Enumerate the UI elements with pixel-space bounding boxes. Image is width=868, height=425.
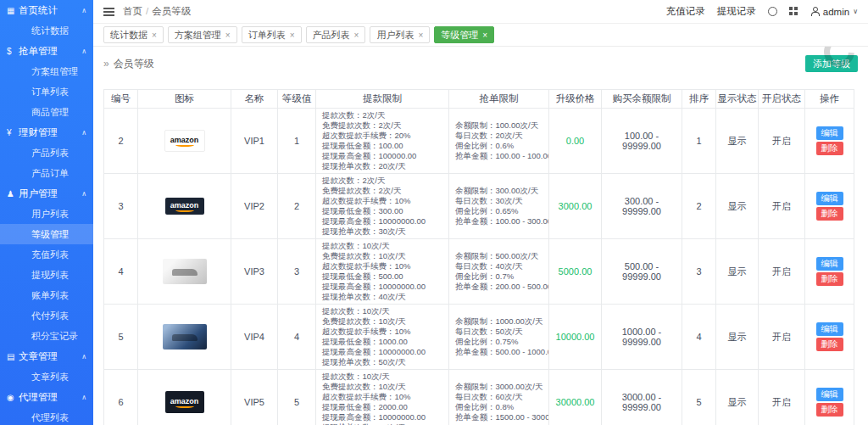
cell-icon: amazon xyxy=(138,109,231,174)
articles-icon: ▤ xyxy=(7,352,19,361)
cell-actions: 编辑删除 xyxy=(805,239,854,305)
sidebar-section-grab-orders[interactable]: $抢单管理∧ xyxy=(0,41,93,61)
column-header: 等级值 xyxy=(278,90,316,109)
recharge-records-link[interactable]: 充值记录 xyxy=(666,5,705,18)
cell-level: 2 xyxy=(278,174,316,239)
sidebar-item[interactable]: 代理列表 xyxy=(0,407,93,425)
user-menu[interactable]: admin ∨ xyxy=(810,7,858,17)
finance-icon: ¥ xyxy=(7,128,19,137)
tab-close-icon[interactable]: × xyxy=(418,31,423,40)
limit-line: 余额限制：100.00次/天 xyxy=(455,120,546,131)
tab-label: 用户列表 xyxy=(376,29,414,42)
chevron-up-icon: ∧ xyxy=(81,190,86,198)
limit-line: 提现最高金额：100000.00 xyxy=(322,151,446,161)
cell-upgrade-price: 3000.00 xyxy=(549,174,602,239)
cell-icon: amazon xyxy=(138,370,231,425)
sidebar-section-home-stats[interactable]: ▦首页统计∧ xyxy=(0,0,93,20)
delete-button[interactable]: 删除 xyxy=(816,142,843,155)
cell-actions: 编辑删除 xyxy=(805,174,854,239)
limit-line: 余额限制：500.00次/天 xyxy=(455,251,546,261)
sidebar-item[interactable]: 订单列表 xyxy=(0,81,93,102)
sidebar-item[interactable]: 提现列表 xyxy=(0,265,93,285)
table-row: 6amazonVIP55提款次数：10次/天免费提款次数：10次/天超次数提款手… xyxy=(104,370,854,425)
sidebar-item[interactable]: 商品管理 xyxy=(0,102,93,122)
tab[interactable]: 方案组管理× xyxy=(168,26,237,43)
tab[interactable]: 用户列表× xyxy=(370,26,430,43)
amazon-smile-icon xyxy=(175,405,194,408)
cell-enabled-status: 开启 xyxy=(759,239,805,305)
tab[interactable]: 等级管理× xyxy=(434,26,494,43)
cell-icon xyxy=(138,305,231,370)
sidebar-section-finance[interactable]: ¥理财管理∧ xyxy=(0,122,93,143)
main-area: 首页/会员等级 充值记录 提现记录 admin ∨ 统计数据×方案组管理×订单列… xyxy=(93,0,868,425)
cell-grab-limits: 余额限制：1000.00次/天每日次数：50次/天佣金比例：0.75%抢单金额：… xyxy=(449,305,549,370)
delete-button[interactable]: 删除 xyxy=(816,403,843,417)
cell-balance-range: 1000.00 - 99999.00 xyxy=(602,305,682,370)
sidebar-item[interactable]: 账单列表 xyxy=(0,285,93,305)
content: » 会员等级 添加等级 编号图标名称等级值提款限制抢单限制升级价格购买余额限制排… xyxy=(93,47,868,425)
sidebar-section-label: 首页统计 xyxy=(19,4,81,17)
limit-line: 抢单金额：100.00 - 300.00 xyxy=(455,216,546,226)
limit-line: 免费提款次数：10次/天 xyxy=(322,251,446,261)
sidebar-item[interactable]: 产品列表 xyxy=(0,143,93,163)
sidebar-item[interactable]: 产品订单 xyxy=(0,163,93,183)
tab[interactable]: 订单列表× xyxy=(242,26,302,43)
limit-line: 提现最高金额：10000000.00 xyxy=(322,347,446,357)
delete-button[interactable]: 删除 xyxy=(816,272,843,286)
cell-balance-range: 3000.00 - 99999.00 xyxy=(602,370,682,425)
cell-actions: 编辑删除 xyxy=(805,305,854,370)
tab[interactable]: 统计数据× xyxy=(103,26,164,43)
sidebar-section-users[interactable]: ♟用户管理∧ xyxy=(0,183,93,204)
edit-button[interactable]: 编辑 xyxy=(816,388,843,401)
sidebar-item[interactable]: 等级管理 xyxy=(0,224,93,244)
sidebar-section-articles[interactable]: ▤文章管理∧ xyxy=(0,346,93,366)
limit-line: 每日次数：20次/天 xyxy=(455,131,546,141)
tab-close-icon[interactable]: × xyxy=(482,31,487,40)
edit-button[interactable]: 编辑 xyxy=(816,322,843,336)
tab-close-icon[interactable]: × xyxy=(225,31,231,40)
edit-button[interactable]: 编辑 xyxy=(816,257,843,271)
chevron-up-icon: ∧ xyxy=(81,353,86,361)
limit-line: 提现抢单次数：40次/天 xyxy=(322,292,446,302)
tab-close-icon[interactable]: × xyxy=(152,31,157,40)
withdraw-records-link[interactable]: 提现记录 xyxy=(717,5,756,18)
sidebar-item[interactable]: 代付列表 xyxy=(0,305,93,326)
limit-line: 抢单金额：500.00 - 1000.00 xyxy=(455,347,546,357)
delete-button[interactable]: 删除 xyxy=(816,207,843,221)
limit-line: 超次数提款手续费：10% xyxy=(322,261,446,271)
fullscreen-grid-icon[interactable] xyxy=(789,7,798,16)
limit-line: 超次数提款手续费：10% xyxy=(322,196,446,206)
sidebar-item[interactable]: 方案组管理 xyxy=(0,61,93,81)
tab-close-icon[interactable]: × xyxy=(354,31,359,40)
sidebar-section-agents[interactable]: ◉代理管理∧ xyxy=(0,387,93,407)
app-window: ▦首页统计∧统计数据$抢单管理∧方案组管理订单列表商品管理¥理财管理∧产品列表产… xyxy=(0,0,868,425)
limit-line: 余额限制：1000.00次/天 xyxy=(455,316,546,327)
edit-button[interactable]: 编辑 xyxy=(816,126,843,140)
page-title: 会员等级 xyxy=(114,57,154,71)
limit-line: 每日次数：50次/天 xyxy=(455,327,546,337)
sidebar-section-label: 抢单管理 xyxy=(19,45,81,58)
edit-button[interactable]: 编辑 xyxy=(816,192,843,205)
delete-button[interactable]: 删除 xyxy=(816,338,843,351)
limit-line: 余额限制：3000.00次/天 xyxy=(455,382,546,392)
column-header: 升级价格 xyxy=(549,90,602,109)
menu-toggle-icon[interactable] xyxy=(103,6,114,18)
cell-level: 3 xyxy=(278,239,316,305)
users-icon: ♟ xyxy=(7,189,19,199)
user-icon xyxy=(810,7,820,16)
column-header: 抢单限制 xyxy=(449,90,549,109)
sidebar-item[interactable]: 积分宝记录 xyxy=(0,326,93,346)
tab[interactable]: 产品列表× xyxy=(306,26,366,43)
section-marker: » xyxy=(103,58,109,70)
tab-close-icon[interactable]: × xyxy=(290,31,295,40)
limit-line: 提款次数：10次/天 xyxy=(322,306,446,316)
username: admin xyxy=(823,7,849,17)
sidebar-item[interactable]: 充值列表 xyxy=(0,244,93,265)
refresh-icon[interactable] xyxy=(768,7,777,16)
sidebar-item[interactable]: 统计数据 xyxy=(0,20,93,41)
cell-upgrade-price: 10000.00 xyxy=(549,305,602,370)
sidebar-item[interactable]: 用户列表 xyxy=(0,204,93,224)
sidebar-item[interactable]: 文章列表 xyxy=(0,366,93,387)
breadcrumb-home[interactable]: 首页 xyxy=(123,6,142,16)
cell-sort: 3 xyxy=(682,239,716,305)
